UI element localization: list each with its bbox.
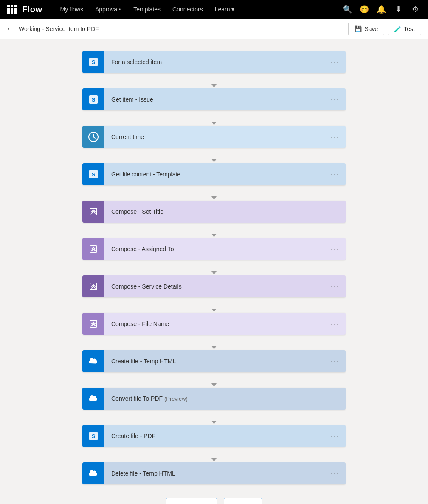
svg-text:S: S — [92, 96, 96, 103]
flow-step-5[interactable]: Compose - Set Title··· — [82, 201, 346, 223]
step-more-12[interactable]: ··· — [325, 469, 346, 478]
save-bottom-button[interactable]: Save — [224, 498, 262, 504]
arrow-line — [214, 111, 214, 122]
arrow-head — [211, 458, 217, 462]
flow-arrow-9 — [211, 372, 217, 388]
flow-step-2[interactable]: S Get item - Issue··· — [82, 88, 346, 110]
step-more-2[interactable]: ··· — [325, 95, 346, 104]
flow-step-8[interactable]: Compose - File Name··· — [82, 313, 346, 335]
step-label-8: Compose - File Name — [104, 320, 325, 327]
flow-step-9[interactable]: Create file - Temp HTML··· — [82, 350, 346, 372]
step-icon-8 — [82, 313, 104, 335]
waffle-menu[interactable] — [5, 3, 19, 16]
step-icon-9 — [82, 350, 104, 372]
arrow-line — [214, 298, 214, 309]
test-button[interactable]: 🧪 Test — [388, 23, 421, 35]
step-icon-5 — [82, 201, 104, 223]
bottom-actions: + New step Save — [166, 498, 262, 504]
nav-learn[interactable]: Learn ▾ — [209, 0, 241, 19]
nav-links: My flows Approvals Templates Connectors … — [54, 0, 340, 19]
step-label-1: For a selected item — [104, 59, 325, 65]
step-icon-12 — [82, 462, 104, 484]
step-label-2: Get item - Issue — [104, 96, 325, 103]
sub-nav: ← Working - Service Item to PDF 💾 Save 🧪… — [0, 19, 428, 39]
nav-templates[interactable]: Templates — [127, 0, 166, 19]
flow-arrow-6 — [211, 260, 217, 275]
flow-step-10[interactable]: Convert file To PDF (Preview)··· — [82, 388, 346, 410]
test-icon: 🧪 — [394, 25, 401, 32]
step-more-5[interactable]: ··· — [325, 207, 346, 216]
arrow-line — [214, 448, 214, 458]
flow-arrow-7 — [211, 297, 217, 313]
flow-arrow-1 — [211, 73, 217, 88]
flow-step-12[interactable]: Delete file - Temp HTML··· — [82, 462, 346, 484]
search-icon[interactable]: 🔍 — [340, 2, 355, 17]
step-icon-6 — [82, 238, 104, 260]
sub-nav-actions: 💾 Save 🧪 Test — [348, 23, 421, 35]
step-label-7: Compose - Service Details — [104, 283, 325, 290]
nav-approvals[interactable]: Approvals — [89, 0, 127, 19]
nav-myflows[interactable]: My flows — [54, 0, 89, 19]
arrow-line — [214, 186, 214, 196]
arrow-head — [211, 421, 217, 424]
arrow-head — [211, 159, 217, 162]
step-more-4[interactable]: ··· — [325, 170, 346, 179]
new-step-button[interactable]: + New step — [166, 498, 217, 504]
flow-step-3[interactable]: Current time··· — [82, 126, 346, 148]
step-more-9[interactable]: ··· — [325, 357, 346, 366]
settings-icon[interactable]: ⚙ — [408, 2, 423, 17]
chevron-down-icon: ▾ — [231, 6, 234, 13]
download-icon[interactable]: ⬇ — [391, 2, 406, 17]
step-icon-7 — [82, 275, 104, 297]
step-label-5: Compose - Set Title — [104, 208, 325, 215]
step-icon-11: S — [82, 425, 104, 447]
arrow-line — [214, 411, 214, 421]
back-button[interactable]: ← — [7, 25, 14, 33]
svg-text:S: S — [92, 171, 96, 178]
save-button[interactable]: 💾 Save — [348, 23, 384, 35]
feedback-icon[interactable]: 😊 — [357, 2, 372, 17]
step-icon-3 — [82, 126, 104, 148]
breadcrumb: Working - Service Item to PDF — [19, 25, 343, 32]
flow-step-6[interactable]: Compose - Assigned To··· — [82, 238, 346, 260]
flow-arrow-2 — [211, 110, 217, 126]
step-label-3: Current time — [104, 133, 325, 140]
step-more-10[interactable]: ··· — [325, 394, 346, 403]
step-more-8[interactable]: ··· — [325, 320, 346, 328]
arrow-head — [211, 309, 217, 312]
flow-step-7[interactable]: Compose - Service Details··· — [82, 275, 346, 297]
top-nav: Flow My flows Approvals Templates Connec… — [0, 0, 428, 19]
flow-arrow-3 — [211, 148, 217, 163]
step-label-11: Create file - PDF — [104, 433, 325, 439]
step-label-6: Compose - Assigned To — [104, 246, 325, 252]
step-more-1[interactable]: ··· — [325, 58, 346, 67]
arrow-line — [214, 261, 214, 271]
save-icon: 💾 — [355, 25, 362, 32]
arrow-head — [211, 234, 217, 237]
arrow-line — [214, 74, 214, 84]
step-label-12: Delete file - Temp HTML — [104, 470, 325, 477]
flow-step-11[interactable]: S Create file - PDF··· — [82, 425, 346, 447]
flow-arrow-11 — [211, 447, 217, 462]
step-more-6[interactable]: ··· — [325, 245, 346, 254]
step-more-7[interactable]: ··· — [325, 282, 346, 291]
arrow-head — [211, 84, 217, 88]
step-icon-2: S — [82, 88, 104, 110]
arrow-line — [214, 373, 214, 383]
flow-step-1[interactable]: S For a selected item··· — [82, 51, 346, 73]
step-more-3[interactable]: ··· — [325, 133, 346, 142]
step-label-10: Convert file To PDF (Preview) — [104, 395, 325, 402]
step-icon-1: S — [82, 51, 104, 73]
arrow-head — [211, 346, 217, 349]
notification-icon[interactable]: 🔔 — [374, 2, 389, 17]
main-content: S For a selected item··· S Get item - Is… — [0, 39, 428, 504]
waffle-icon — [7, 5, 17, 14]
nav-brand: Flow — [22, 5, 42, 14]
flow-arrow-10 — [211, 410, 217, 425]
step-more-11[interactable]: ··· — [325, 432, 346, 441]
arrow-head — [211, 122, 217, 125]
flow-step-4[interactable]: S Get file content - Template··· — [82, 163, 346, 185]
svg-text:S: S — [92, 59, 96, 65]
nav-connectors[interactable]: Connectors — [166, 0, 209, 19]
svg-line-6 — [93, 137, 95, 138]
